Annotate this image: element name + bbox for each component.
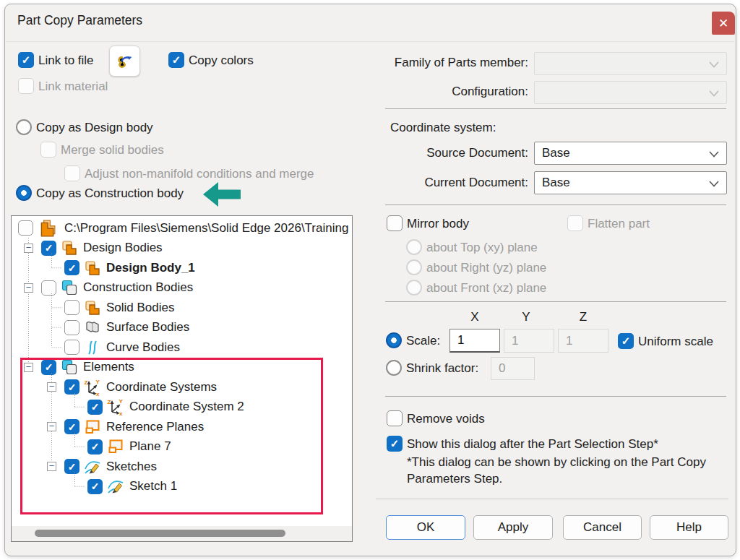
apply-button[interactable]: Apply	[473, 515, 553, 540]
scale-label: Scale:	[406, 334, 440, 348]
tree-connector-lines	[12, 216, 352, 541]
source-document-value: Base	[542, 146, 570, 160]
chevron-down-icon	[709, 61, 719, 68]
link-to-file-label: Link to file	[38, 53, 94, 68]
scale-x-input[interactable]	[449, 329, 500, 353]
ok-button[interactable]: OK	[386, 515, 465, 540]
axis-header-z: Z	[569, 310, 598, 324]
mirror-body-checkbox[interactable]	[387, 215, 403, 231]
about-front-plane-label: about Front (xz) plane	[426, 281, 546, 296]
part-copy-parameters-dialog: Z Y x Part Copy Parameters ✕	[0, 0, 740, 560]
configuration-label: Configuration:	[384, 85, 528, 99]
about-top-plane-radio	[406, 239, 422, 255]
about-right-plane-radio	[406, 259, 422, 275]
copy-colors-checkbox[interactable]	[168, 52, 184, 68]
scale-radio[interactable]	[386, 332, 402, 348]
tree-expander-reference-planes[interactable]	[47, 422, 56, 431]
uniform-scale-label: Uniform scale	[638, 335, 713, 349]
close-button[interactable]: ✕	[712, 12, 735, 35]
shrink-factor-radio[interactable]	[386, 360, 402, 376]
source-document-select[interactable]: Base	[534, 142, 727, 165]
separator	[385, 108, 726, 109]
footnote-text: *This dialog can be shown by clicking on…	[407, 455, 733, 487]
flatten-part-label: Flatten part	[588, 217, 650, 231]
remove-voids-label: Remove voids	[407, 412, 485, 426]
chevron-down-icon	[709, 181, 719, 187]
separator	[376, 499, 728, 499]
scale-z-input	[558, 329, 608, 353]
about-right-plane-label: about Right (yz) plane	[426, 261, 546, 275]
tree-expander-construction-bodies[interactable]	[24, 283, 33, 293]
shrink-factor-input	[491, 357, 535, 380]
current-document-value: Base	[542, 176, 570, 190]
title-divider	[6, 41, 734, 42]
uniform-scale-checkbox[interactable]	[618, 333, 634, 349]
about-front-plane-radio	[406, 280, 422, 296]
tree-expander-coordinate-systems[interactable]	[47, 382, 56, 392]
copy-as-design-body-label: Copy as Design body	[36, 121, 153, 135]
link-material-checkbox	[18, 78, 34, 94]
scale-y-input	[504, 329, 554, 353]
current-document-select[interactable]: Base	[534, 171, 727, 194]
source-document-label: Source Document:	[384, 146, 528, 160]
adjust-non-manifold-checkbox	[64, 165, 80, 181]
tree-expander-elements[interactable]	[24, 363, 33, 372]
shrink-factor-label: Shrink factor:	[406, 361, 478, 376]
help-button[interactable]: Help	[650, 515, 728, 540]
configuration-select	[534, 81, 727, 104]
family-of-parts-label: Family of Parts member:	[384, 56, 528, 70]
show-dialog-label: Show this dialog after the Part Selectio…	[407, 437, 658, 452]
chevron-down-icon	[709, 151, 719, 158]
about-top-plane-label: about Top (xy) plane	[426, 241, 538, 255]
separator	[385, 301, 726, 302]
cancel-button[interactable]: Cancel	[563, 515, 642, 540]
copy-as-construction-body-radio[interactable]	[16, 185, 32, 201]
flatten-part-checkbox	[567, 215, 583, 231]
remove-voids-checkbox[interactable]	[387, 410, 403, 426]
current-document-label: Current Document:	[384, 176, 528, 190]
separator	[385, 396, 726, 397]
copy-as-design-body-radio[interactable]	[16, 119, 32, 135]
link-document-button[interactable]	[109, 46, 140, 77]
merge-solid-bodies-checkbox	[40, 142, 56, 158]
axis-header-x: X	[460, 310, 489, 324]
copy-colors-label: Copy colors	[189, 53, 254, 68]
page-title: Part Copy Parameters	[17, 13, 142, 28]
adjust-non-manifold-label: Adjust non-manifold conditions and merge	[85, 167, 314, 181]
body-tree-panel: C:\Program Files\Siemens\Solid Edge 2026…	[11, 215, 353, 542]
close-icon: ✕	[718, 16, 728, 31]
annotation-arrow-icon	[203, 182, 241, 207]
separator	[385, 204, 726, 205]
tree-expander-design-bodies[interactable]	[24, 244, 33, 253]
tree-expander-sketches[interactable]	[47, 462, 56, 471]
show-dialog-checkbox[interactable]	[387, 436, 403, 452]
link-material-label: Link material	[38, 79, 108, 94]
axis-header-y: Y	[512, 310, 541, 324]
copy-as-construction-body-label: Copy as Construction body	[36, 186, 184, 201]
chevron-down-icon	[709, 90, 719, 97]
link-to-file-checkbox[interactable]	[18, 52, 34, 68]
link-document-icon	[115, 51, 134, 71]
mirror-body-label: Mirror body	[407, 217, 469, 231]
family-of-parts-select	[534, 52, 727, 75]
merge-solid-bodies-label: Merge solid bodies	[61, 143, 164, 158]
coordinate-system-section-label: Coordinate system:	[390, 121, 496, 135]
